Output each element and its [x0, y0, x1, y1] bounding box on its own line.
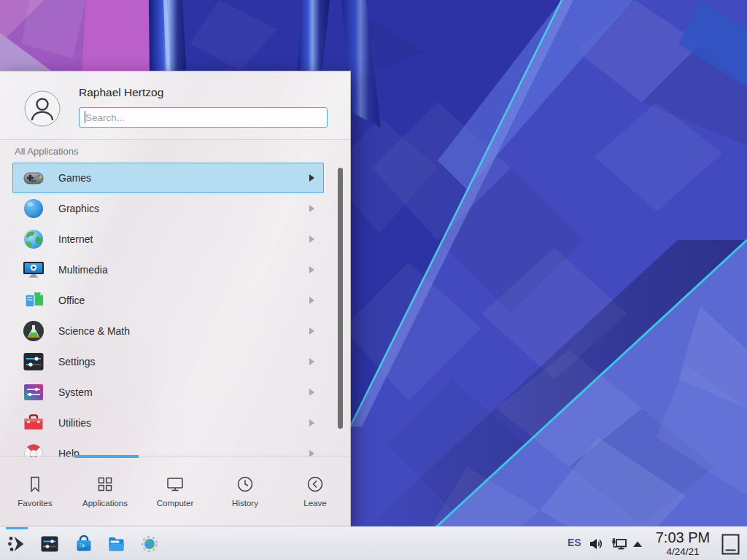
leave-icon — [306, 475, 325, 494]
submenu-arrow-icon — [309, 358, 314, 365]
desktop: Raphael Hertzog All Applications — [0, 0, 747, 560]
search-field-wrap — [79, 107, 328, 128]
system-settings-icon[interactable] — [39, 534, 60, 554]
menu-item-label: Settings — [58, 356, 96, 368]
science-flask-icon — [22, 319, 45, 343]
menu-item-utilities[interactable]: Utilities — [12, 408, 324, 438]
clock-icon — [236, 475, 255, 494]
keyboard-layout-indicator[interactable]: ES — [568, 537, 581, 548]
text-cursor — [85, 111, 85, 123]
submenu-arrow-icon — [309, 419, 314, 427]
menu-item-label: Utilities — [58, 417, 91, 429]
submenu-arrow-icon — [309, 236, 314, 243]
menu-item-help[interactable]: Help — [12, 438, 324, 457]
menu-item-label: Internet — [58, 233, 93, 245]
launcher-header: Raphael Hertzog — [0, 71, 350, 140]
section-label: All Applications — [15, 146, 78, 157]
multimedia-monitor-icon — [22, 258, 45, 281]
launcher-tab-bar: Favorites Applications Computer History — [0, 456, 350, 526]
tab-computer[interactable]: Computer — [140, 456, 210, 526]
menu-item-multimedia[interactable]: Multimedia — [12, 254, 324, 285]
internet-globe-icon — [22, 228, 45, 251]
menu-item-system[interactable]: System — [12, 377, 324, 408]
show-desktop-widget[interactable] — [721, 533, 740, 556]
menu-item-label: Graphics — [58, 203, 99, 214]
digital-clock[interactable]: 7:03 PM 4/24/21 — [648, 529, 718, 557]
submenu-arrow-icon — [309, 205, 314, 212]
tab-label: History — [232, 499, 258, 508]
tab-label: Computer — [157, 499, 194, 508]
clock-time: 7:03 PM — [648, 529, 718, 546]
clock-date: 4/24/21 — [648, 546, 718, 557]
computer-monitor-icon — [166, 475, 185, 494]
menu-item-office[interactable]: Office — [12, 285, 324, 316]
category-list: Games Graphics — [0, 163, 350, 457]
menu-item-label: Office — [58, 295, 85, 306]
submenu-arrow-icon — [309, 266, 314, 273]
tab-history[interactable]: History — [210, 456, 280, 526]
menu-item-label: Science & Math — [58, 325, 130, 337]
application-launcher-button[interactable] — [7, 534, 27, 554]
user-avatar-icon — [24, 90, 61, 127]
tab-leave[interactable]: Leave — [280, 456, 350, 526]
submenu-arrow-icon — [309, 389, 314, 396]
gamepad-icon — [22, 166, 45, 190]
user-name: Raphael Hertzog — [79, 86, 163, 99]
tab-applications[interactable]: Applications — [70, 456, 140, 526]
office-documents-icon — [22, 289, 45, 312]
launcher-active-indicator — [6, 527, 28, 529]
utilities-toolbox-icon — [22, 411, 45, 435]
expand-tray-caret-icon[interactable] — [632, 540, 643, 548]
taskbar-panel: ES 7:03 PM 4/24/21 — [0, 526, 747, 560]
tab-label: Applications — [82, 499, 128, 508]
menu-item-label: Multimedia — [58, 264, 108, 276]
menu-item-label: Games — [58, 172, 91, 184]
search-input[interactable] — [79, 107, 328, 128]
menu-item-graphics[interactable]: Graphics — [12, 193, 324, 224]
network-icon[interactable] — [611, 536, 628, 552]
menu-item-label: System — [58, 386, 93, 398]
settings-sliders-icon — [22, 350, 45, 373]
dolphin-file-manager-icon[interactable] — [107, 534, 127, 554]
discover-software-center-icon[interactable] — [74, 534, 94, 554]
tab-label: Leave — [303, 499, 326, 508]
menu-item-internet[interactable]: Internet — [12, 224, 324, 254]
submenu-arrow-icon — [309, 297, 314, 304]
menu-item-games[interactable]: Games — [12, 163, 324, 193]
application-launcher-menu: Raphael Hertzog All Applications — [0, 71, 351, 526]
active-tab-indicator — [74, 455, 139, 458]
app-grid-icon — [96, 475, 115, 494]
submenu-arrow-icon — [309, 327, 314, 335]
bookmark-icon — [26, 475, 44, 494]
graphics-ball-icon — [22, 197, 45, 220]
system-sliders-icon — [22, 381, 45, 404]
submenu-arrow-icon — [309, 174, 314, 182]
help-lifebuoy-icon — [22, 442, 45, 457]
menu-item-settings[interactable]: Settings — [12, 346, 324, 377]
tab-label: Favorites — [18, 499, 52, 508]
volume-icon[interactable] — [588, 536, 604, 552]
menu-item-science-math[interactable]: Science & Math — [12, 316, 324, 346]
tab-favorites[interactable]: Favorites — [0, 456, 70, 526]
web-browser-icon[interactable] — [139, 534, 160, 554]
list-scrollbar[interactable] — [338, 168, 343, 429]
